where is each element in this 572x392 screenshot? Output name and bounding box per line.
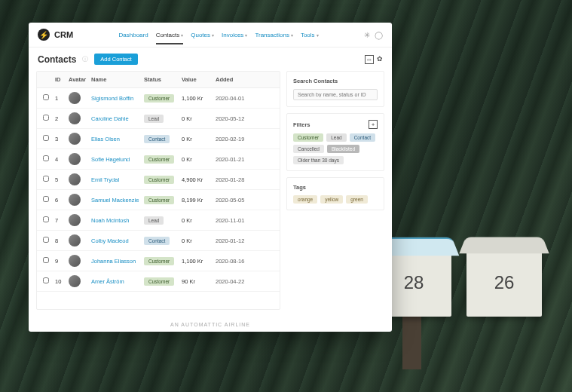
chevron-down-icon: ▾ xyxy=(291,32,293,38)
row-checkbox[interactable] xyxy=(43,277,49,283)
avatar[interactable] xyxy=(69,133,81,145)
brand-name: CRM xyxy=(54,30,73,39)
chevron-down-icon: ▾ xyxy=(181,32,183,38)
table-row[interactable]: 8Colby MacleodContact0 Kr2020-01-12 xyxy=(37,231,280,251)
filter-chip-older[interactable]: Older than 30 days xyxy=(293,156,344,164)
status-badge: Customer xyxy=(144,277,174,286)
view-controls: ▭ ✿ xyxy=(365,55,383,64)
cell-id: 2 xyxy=(55,115,69,122)
column-header[interactable]: Added xyxy=(216,76,257,83)
tag-chip[interactable]: orange xyxy=(293,195,317,204)
table-row[interactable]: 4Sofie HagelundCustomer0 Kr2020-01-21 xyxy=(37,149,280,170)
cell-value: 1,100 Kr xyxy=(182,258,216,265)
row-checkbox[interactable] xyxy=(43,196,49,202)
avatar[interactable] xyxy=(69,92,81,104)
column-header[interactable]: Value xyxy=(182,76,216,83)
avatar[interactable] xyxy=(69,255,81,267)
table-row[interactable]: 7Noah McIntoshLead0 Kr2020-11-01 xyxy=(37,210,280,231)
view-toggle-icon[interactable]: ▭ xyxy=(365,55,374,64)
app-header: ⚡ CRM DashboardContacts▾Quotes▾Invoices▾… xyxy=(29,23,392,47)
add-contact-button[interactable]: Add Contact xyxy=(94,54,137,65)
status-badge: Lead xyxy=(144,115,164,123)
avatar[interactable] xyxy=(69,214,81,226)
row-checkbox[interactable] xyxy=(43,237,49,243)
contact-name-link[interactable]: Caroline Dahle xyxy=(91,115,129,122)
contact-name-link[interactable]: Sigismond Boffin xyxy=(91,95,133,102)
avatar[interactable] xyxy=(69,194,81,206)
avatar[interactable] xyxy=(69,234,81,247)
row-checkbox[interactable] xyxy=(43,257,49,263)
filter-chip-customer[interactable]: Customer xyxy=(293,133,323,142)
row-checkbox[interactable] xyxy=(43,94,49,100)
column-header[interactable]: Avatar xyxy=(69,76,91,83)
notifications-icon[interactable]: ✳ xyxy=(364,31,370,39)
filter-chip-blacklisted[interactable]: Blacklisted xyxy=(327,145,359,153)
cell-value: 0 Kr xyxy=(182,217,216,224)
cell-value: 8,199 Kr xyxy=(182,197,216,204)
contact-name-link[interactable]: Elias Olsen xyxy=(91,136,120,142)
table-row[interactable]: 6Samuel MackenzieCustomer8,199 Kr2020-05… xyxy=(37,190,280,210)
cell-value: 0 Kr xyxy=(182,156,216,163)
table-row[interactable]: 10Amer ÅströmCustomer90 Kr2020-04-22 xyxy=(37,271,280,292)
contact-name-link[interactable]: Amer Åström xyxy=(91,278,124,285)
table-row[interactable]: 2Caroline DahleLead0 Kr2020-05-12 xyxy=(37,109,280,129)
row-checkbox[interactable] xyxy=(43,155,49,161)
contact-name-link[interactable]: Sofie Hagelund xyxy=(91,156,130,163)
tags-panel-title: Tags xyxy=(293,184,378,191)
nav-item-tools[interactable]: Tools▾ xyxy=(301,32,319,38)
nav-item-contacts[interactable]: Contacts▾ xyxy=(156,32,184,44)
tag-chip[interactable]: yellow xyxy=(320,195,343,204)
cell-id: 5 xyxy=(55,176,69,183)
avatar[interactable] xyxy=(69,173,81,185)
cell-added: 2020-04-01 xyxy=(216,95,257,102)
row-checkbox[interactable] xyxy=(43,115,49,121)
info-icon[interactable]: ⓘ xyxy=(82,55,88,63)
row-checkbox[interactable] xyxy=(43,135,49,141)
avatar[interactable] xyxy=(69,112,81,124)
cell-value: 0 Kr xyxy=(182,237,216,244)
column-header[interactable]: Status xyxy=(144,76,182,83)
filters-panel: Filters + CustomerLeadContactCancelledBl… xyxy=(286,113,384,171)
header-actions: ✳ ◯ xyxy=(364,31,383,39)
settings-gear-icon[interactable]: ✿ xyxy=(377,55,383,64)
filter-chip-contact[interactable]: Contact xyxy=(350,133,375,142)
cell-added: 2020-01-12 xyxy=(216,237,257,244)
table-row[interactable]: 5Emil TrydalCustomer4,900 Kr2020-01-28 xyxy=(37,170,280,190)
column-header[interactable]: Name xyxy=(91,76,144,83)
row-checkbox[interactable] xyxy=(43,176,49,182)
tag-chip[interactable]: green xyxy=(346,195,368,204)
cell-added: 2020-01-21 xyxy=(216,156,257,163)
brand[interactable]: ⚡ CRM xyxy=(38,29,73,41)
brand-logo-icon: ⚡ xyxy=(38,29,50,41)
avatar[interactable] xyxy=(69,153,81,165)
contact-name-link[interactable]: Colby Macleod xyxy=(91,237,129,244)
column-header[interactable]: ID xyxy=(55,76,69,83)
contact-name-link[interactable]: Noah McIntosh xyxy=(91,217,129,224)
cell-added: 2020-08-16 xyxy=(216,258,257,265)
add-filter-icon[interactable]: + xyxy=(369,120,378,129)
filter-chips: CustomerLeadContactCancelledBlacklistedO… xyxy=(293,133,378,164)
nav-item-transactions[interactable]: Transactions▾ xyxy=(255,32,293,38)
tags-panel: Tags orangeyellowgreen xyxy=(286,177,384,210)
user-icon[interactable]: ◯ xyxy=(375,31,383,39)
contact-name-link[interactable]: Samuel Mackenzie xyxy=(91,197,139,204)
contact-name-link[interactable]: Emil Trydal xyxy=(91,176,119,183)
contacts-table: IDAvatarNameStatusValueAdded 1Sigismond … xyxy=(36,71,280,310)
contact-name-link[interactable]: Johanna Eliasson xyxy=(91,258,136,265)
table-header-row: IDAvatarNameStatusValueAdded xyxy=(37,72,280,88)
table-row[interactable]: 3Elias OlsenContact0 Kr2020-02-19 xyxy=(37,129,280,149)
cell-value: 4,900 Kr xyxy=(182,176,216,183)
nav-item-dashboard[interactable]: Dashboard xyxy=(119,32,148,38)
search-input[interactable] xyxy=(293,89,378,100)
nav-item-invoices[interactable]: Invoices▾ xyxy=(222,32,247,38)
table-row[interactable]: 9Johanna EliassonCustomer1,100 Kr2020-08… xyxy=(37,251,280,271)
avatar[interactable] xyxy=(69,275,81,287)
tag-chips: orangeyellowgreen xyxy=(293,195,378,204)
table-row[interactable]: 1Sigismond BoffinCustomer1,100 Kr2020-04… xyxy=(37,88,280,109)
cell-added: 2020-11-01 xyxy=(216,217,257,224)
row-checkbox[interactable] xyxy=(43,216,49,222)
nav-item-quotes[interactable]: Quotes▾ xyxy=(191,32,214,38)
cell-id: 7 xyxy=(55,217,69,224)
filter-chip-cancelled[interactable]: Cancelled xyxy=(293,145,324,153)
filter-chip-lead[interactable]: Lead xyxy=(326,133,346,142)
